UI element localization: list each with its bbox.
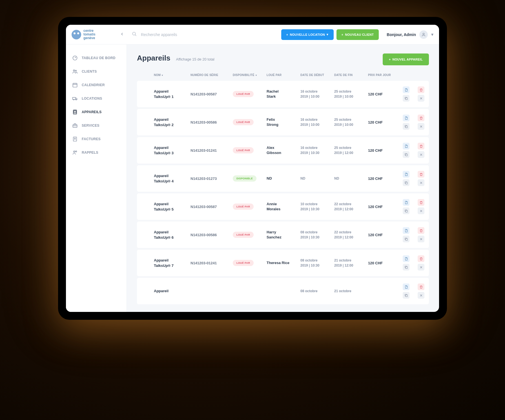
col-nom[interactable]: NOM▾ bbox=[154, 73, 191, 77]
copy-icon[interactable] bbox=[403, 95, 409, 102]
sidebar-item-bell[interactable]: RAPPELS bbox=[66, 146, 127, 159]
table-row[interactable]: AppareilTalksUp® 2N141203-00586LOUÉ PARF… bbox=[137, 109, 429, 135]
trash-icon[interactable] bbox=[418, 255, 424, 262]
document-icon[interactable] bbox=[403, 283, 409, 290]
cell-status: LOUÉ PAR bbox=[233, 119, 267, 125]
table-row[interactable]: AppareilTalksUp® 3N141203-01241LOUÉ PARA… bbox=[137, 137, 429, 164]
tools-icon[interactable] bbox=[418, 236, 424, 242]
sidebar-item-label: LOCATIONS bbox=[82, 97, 102, 100]
cell-end-date: 25 octobre2019 | 10:00 bbox=[334, 89, 368, 99]
col-serial[interactable]: NUMÉRO DE SÉRIE bbox=[191, 73, 233, 77]
sidebar-item-dashboard[interactable]: TABLEAU DE BORD bbox=[66, 51, 127, 65]
copy-icon[interactable] bbox=[403, 123, 409, 130]
user-menu[interactable]: Bonjour, Admin ▾ bbox=[387, 30, 433, 39]
trash-icon[interactable] bbox=[418, 143, 424, 149]
table-body: AppareilTalksUp® 1N141203-00587LOUÉ PARR… bbox=[137, 81, 429, 304]
trash-icon[interactable] bbox=[418, 115, 424, 121]
brand-text: centre tomatis genève bbox=[83, 29, 96, 40]
copy-icon[interactable] bbox=[403, 236, 409, 242]
sidebar-item-invoice[interactable]: $FACTURES bbox=[66, 132, 127, 146]
sidebar-item-device[interactable]: APPAREILS bbox=[66, 105, 127, 119]
tools-icon[interactable] bbox=[418, 123, 424, 130]
new-client-button[interactable]: + NOUVEAU CLIENT bbox=[336, 29, 379, 40]
truck-icon bbox=[72, 96, 78, 101]
cell-name: AppareilTalksUp® 2 bbox=[154, 117, 191, 128]
svg-rect-6 bbox=[73, 97, 76, 100]
svg-rect-20 bbox=[406, 210, 407, 212]
users-icon bbox=[72, 69, 78, 74]
table-row[interactable]: AppareilTalksUp® 4N141203-01273DISPONIBL… bbox=[137, 165, 429, 192]
sidebar-item-calendar[interactable]: CALENDRIER bbox=[66, 78, 127, 92]
svg-rect-22 bbox=[406, 267, 407, 269]
row-actions bbox=[396, 143, 424, 158]
trash-icon[interactable] bbox=[418, 86, 424, 93]
status-badge: LOUÉ PAR bbox=[233, 147, 254, 153]
tools-icon[interactable] bbox=[418, 95, 424, 102]
table-row[interactable]: AppareilTalksUp® 5N141203-00587LOUÉ PARA… bbox=[137, 193, 429, 220]
tools-icon[interactable] bbox=[418, 264, 424, 271]
cell-serial: N141203-00587 bbox=[191, 92, 233, 96]
sidebar-item-users[interactable]: CLIENTS bbox=[66, 65, 127, 78]
document-icon[interactable] bbox=[403, 255, 409, 262]
document-icon[interactable] bbox=[403, 171, 409, 178]
sidebar-collapse-icon[interactable] bbox=[120, 32, 125, 37]
tools-icon[interactable] bbox=[418, 151, 424, 158]
copy-icon[interactable] bbox=[403, 207, 409, 214]
col-date-fin[interactable]: DATE DE FIN bbox=[334, 73, 368, 77]
screen: centre tomatis genève + NOUVELLE LOCATIO… bbox=[66, 25, 439, 312]
copy-icon[interactable] bbox=[403, 292, 409, 299]
copy-icon[interactable] bbox=[403, 151, 409, 158]
col-disponibilite[interactable]: DISPONIBILITÉ ▾ bbox=[233, 73, 267, 77]
document-icon[interactable] bbox=[403, 115, 409, 121]
sidebar: TABLEAU DE BORDCLIENTSCALENDRIERLOCATION… bbox=[66, 44, 127, 312]
table-row[interactable]: AppareilTalksUp® 1N141203-00587LOUÉ PARR… bbox=[137, 81, 429, 107]
cell-renter: RachelStark bbox=[267, 89, 300, 99]
plus-icon: + bbox=[342, 33, 344, 36]
col-loue-par[interactable]: LOUÉ PAR bbox=[267, 73, 300, 77]
table-row[interactable]: AppareilTalksUp® 7N141203-01241LOUÉ PART… bbox=[137, 250, 429, 276]
col-date-debut[interactable]: DATE DE DÉBUT bbox=[300, 73, 334, 77]
bell-icon bbox=[72, 150, 78, 155]
chevron-down-icon: ▾ bbox=[327, 33, 328, 36]
cell-name: AppareilTalksUp® 3 bbox=[154, 145, 191, 156]
trash-icon[interactable] bbox=[418, 227, 424, 234]
tools-icon[interactable] bbox=[418, 207, 424, 214]
tools-icon[interactable] bbox=[418, 292, 424, 299]
brand-logo[interactable]: centre tomatis genève bbox=[72, 29, 125, 40]
document-icon[interactable] bbox=[403, 199, 409, 206]
document-icon[interactable] bbox=[403, 86, 409, 93]
cell-name: AppareilTalksUp® 4 bbox=[154, 173, 191, 184]
trash-icon[interactable] bbox=[418, 199, 424, 206]
tools-icon[interactable] bbox=[418, 179, 424, 186]
svg-rect-10 bbox=[74, 111, 76, 113]
svg-point-1 bbox=[423, 33, 424, 34]
sidebar-item-truck[interactable]: LOCATIONS bbox=[66, 92, 127, 105]
topbar: centre tomatis genève + NOUVELLE LOCATIO… bbox=[66, 25, 439, 44]
cell-renter: HarrySanchez bbox=[267, 230, 300, 240]
calendar-icon bbox=[72, 82, 78, 88]
table-row[interactable]: Appareil08 octobre21 octobre bbox=[137, 278, 429, 304]
sidebar-item-label: FACTURES bbox=[82, 137, 101, 141]
sidebar-item-briefcase[interactable]: SERVICES bbox=[66, 119, 127, 132]
copy-icon[interactable] bbox=[403, 179, 409, 186]
document-icon[interactable] bbox=[403, 227, 409, 234]
row-actions bbox=[396, 115, 424, 130]
cell-status: LOUÉ PAR bbox=[233, 204, 267, 210]
cell-end-date: ND bbox=[334, 176, 368, 181]
trash-icon[interactable] bbox=[418, 283, 424, 290]
document-icon[interactable] bbox=[403, 143, 409, 149]
cell-status: LOUÉ PAR bbox=[233, 260, 267, 266]
cell-status: LOUÉ PAR bbox=[233, 232, 267, 238]
new-location-button[interactable]: + NOUVELLE LOCATION ▾ bbox=[281, 29, 334, 40]
trash-icon[interactable] bbox=[418, 171, 424, 178]
search-input[interactable] bbox=[141, 32, 274, 37]
cell-serial: N141203-00587 bbox=[191, 205, 233, 209]
row-actions bbox=[396, 227, 424, 242]
page-title: Appareils bbox=[137, 54, 170, 62]
col-prix[interactable]: PRIX PAR JOUR bbox=[368, 73, 396, 77]
cell-price: 120 CHF bbox=[368, 148, 396, 153]
copy-icon[interactable] bbox=[403, 264, 409, 271]
new-device-button[interactable]: + NOUVEL APPAREIL bbox=[383, 53, 429, 65]
search-area bbox=[125, 32, 281, 38]
table-row[interactable]: AppareilTalksUp® 6N141203-00586LOUÉ PARH… bbox=[137, 222, 429, 248]
